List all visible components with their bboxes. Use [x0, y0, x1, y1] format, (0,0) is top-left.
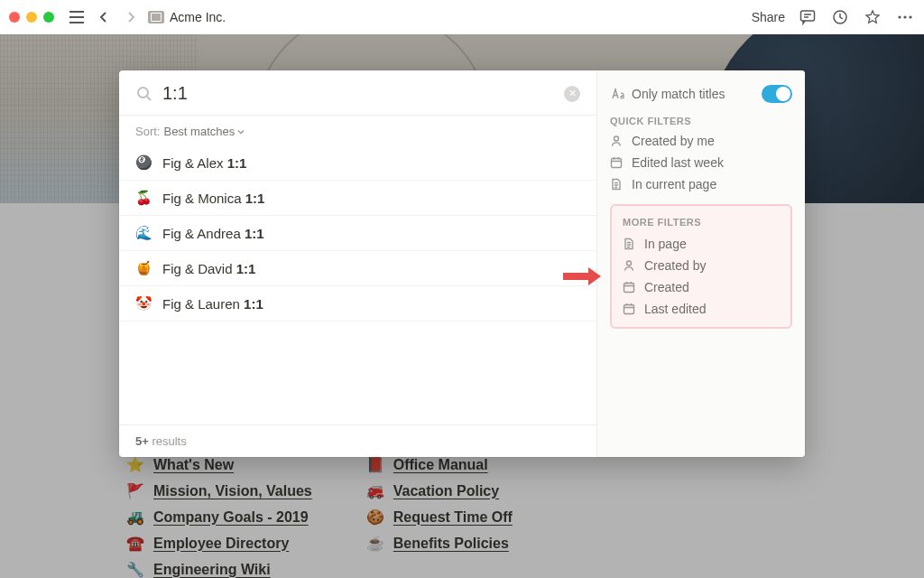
- more-filters-section: MORE FILTERS In pageCreated byCreatedLas…: [610, 204, 792, 329]
- more-filter-item[interactable]: Created: [623, 280, 780, 294]
- result-title: Fig & Lauren 1:1: [162, 296, 263, 312]
- page-icon: [623, 238, 635, 250]
- quick-filters-section: QUICK FILTERS Created by meEdited last w…: [610, 116, 792, 191]
- result-emoji-icon: 🌊: [135, 225, 152, 241]
- only-match-titles-toggle[interactable]: [762, 85, 792, 103]
- filter-label: In current page: [632, 177, 716, 191]
- chevron-down-icon: [236, 127, 245, 136]
- svg-point-4: [909, 15, 911, 18]
- clear-search-icon[interactable]: ✕: [564, 86, 580, 102]
- more-filter-item[interactable]: Created by: [623, 258, 780, 273]
- filter-label: Created by me: [632, 134, 715, 148]
- minimize-window-icon[interactable]: [26, 12, 37, 23]
- filter-label: In page: [644, 237, 687, 251]
- calendar-icon: [610, 156, 623, 169]
- search-input[interactable]: [162, 83, 555, 104]
- result-title: Fig & Monica 1:1: [162, 191, 264, 206]
- forward-icon[interactable]: [121, 7, 141, 27]
- more-filter-item[interactable]: Last edited: [623, 302, 780, 316]
- quick-filter-item[interactable]: Created by me: [610, 134, 792, 148]
- result-title: Fig & David 1:1: [162, 261, 255, 276]
- window-controls[interactable]: [9, 12, 54, 23]
- search-modal: ✕ Sort: Best matches 🎱Fig & Alex 1:1🍒Fig…: [119, 70, 805, 457]
- maximize-window-icon[interactable]: [43, 12, 54, 23]
- person-icon: [623, 259, 635, 272]
- svg-rect-7: [612, 159, 622, 168]
- breadcrumb[interactable]: Acme Inc.: [148, 10, 226, 24]
- result-title: Fig & Andrea 1:1: [162, 226, 264, 241]
- back-icon[interactable]: [94, 7, 114, 27]
- search-icon: [135, 85, 153, 103]
- svg-point-2: [898, 15, 901, 18]
- quick-filters-heading: QUICK FILTERS: [610, 116, 792, 126]
- svg-point-6: [614, 136, 619, 141]
- filter-label: Edited last week: [632, 155, 724, 170]
- more-filter-item[interactable]: In page: [623, 237, 780, 251]
- results-list: 🎱Fig & Alex 1:1🍒Fig & Monica 1:1🌊Fig & A…: [119, 145, 596, 424]
- result-title: Fig & Alex 1:1: [162, 155, 246, 171]
- filter-label: Created by: [644, 258, 706, 273]
- filter-label: Last edited: [644, 302, 707, 316]
- search-result[interactable]: 🌊Fig & Andrea 1:1: [119, 216, 596, 251]
- search-result[interactable]: 🍒Fig & Monica 1:1: [119, 181, 596, 216]
- sort-label: Sort:: [135, 125, 160, 138]
- svg-point-5: [138, 88, 148, 98]
- svg-rect-0: [801, 11, 815, 21]
- only-match-titles-label: Only match titles: [632, 87, 725, 101]
- text-format-icon: [610, 88, 624, 100]
- menu-icon[interactable]: [67, 7, 87, 27]
- quick-filter-item[interactable]: In current page: [610, 177, 792, 191]
- svg-point-3: [903, 15, 906, 18]
- svg-rect-10: [624, 305, 634, 314]
- favorite-icon[interactable]: [863, 7, 882, 27]
- search-results-panel: ✕ Sort: Best matches 🎱Fig & Alex 1:1🍒Fig…: [119, 70, 597, 457]
- svg-point-8: [627, 261, 632, 266]
- result-emoji-icon: 🤡: [135, 295, 152, 312]
- close-window-icon[interactable]: [9, 12, 20, 23]
- result-emoji-icon: 🍯: [135, 260, 152, 276]
- callout-arrow-icon: [563, 267, 601, 285]
- result-emoji-icon: 🍒: [135, 190, 152, 206]
- calendar-icon: [623, 303, 635, 315]
- search-result[interactable]: 🍯Fig & David 1:1: [119, 251, 596, 286]
- results-footer: 5+ results: [119, 424, 596, 457]
- quick-filter-item[interactable]: Edited last week: [610, 155, 792, 170]
- search-filters-panel: Only match titles QUICK FILTERS Created …: [597, 70, 805, 457]
- person-icon: [610, 135, 623, 147]
- updates-icon[interactable]: [830, 7, 850, 27]
- search-result[interactable]: 🤡Fig & Lauren 1:1: [119, 286, 596, 322]
- breadcrumb-title: Acme Inc.: [170, 10, 226, 24]
- search-result[interactable]: 🎱Fig & Alex 1:1: [119, 145, 596, 181]
- filter-label: Created: [644, 280, 689, 294]
- page-icon: [610, 178, 623, 191]
- comments-icon[interactable]: [798, 7, 818, 27]
- sort-dropdown[interactable]: Best matches: [163, 125, 245, 138]
- topbar: Acme Inc. Share: [0, 0, 924, 34]
- more-filters-heading: MORE FILTERS: [623, 217, 780, 228]
- result-emoji-icon: 🎱: [135, 154, 152, 171]
- svg-rect-9: [624, 284, 634, 293]
- page-icon: [148, 11, 164, 23]
- calendar-icon: [623, 281, 635, 294]
- share-button[interactable]: Share: [752, 10, 785, 24]
- more-icon[interactable]: [895, 7, 915, 27]
